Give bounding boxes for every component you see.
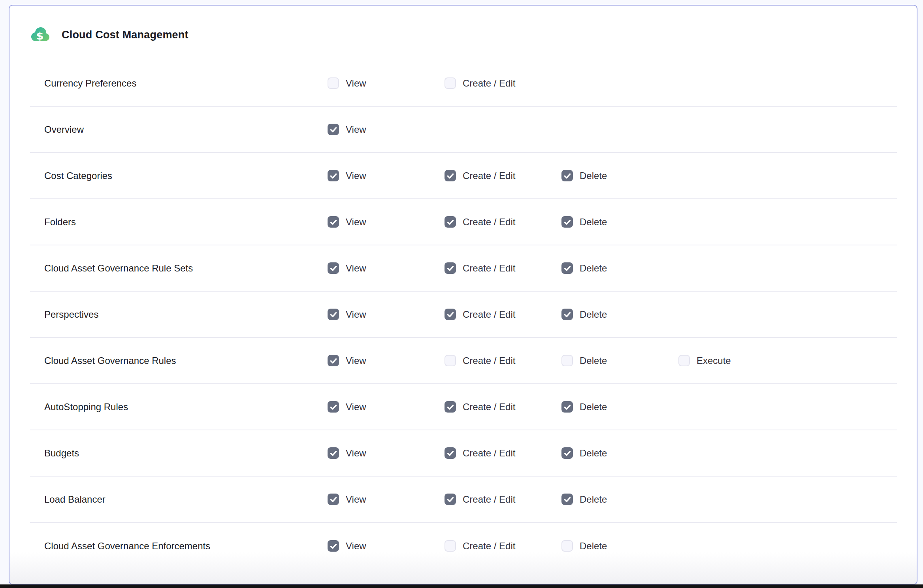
- permission-label: View: [346, 494, 366, 505]
- permission-label: Delete: [580, 355, 607, 366]
- permission-label: Create / Edit: [463, 401, 515, 413]
- delete-permission: Delete: [561, 494, 678, 505]
- create-edit-checkbox[interactable]: [445, 170, 456, 181]
- permission-label: Create / Edit: [463, 78, 515, 89]
- create-edit-checkbox[interactable]: [445, 216, 456, 228]
- cloud-dollar-icon: $: [30, 26, 50, 43]
- delete-checkbox[interactable]: [561, 540, 573, 552]
- create-edit-permission: Create / Edit: [445, 77, 561, 89]
- svg-text:$: $: [36, 30, 44, 42]
- checkmark-icon: [564, 173, 571, 179]
- delete-checkbox[interactable]: [561, 447, 573, 459]
- view-checkbox[interactable]: [328, 540, 339, 552]
- view-permission: View: [328, 170, 445, 181]
- execute-checkbox[interactable]: [678, 355, 690, 366]
- view-checkbox[interactable]: [328, 494, 339, 505]
- permission-label: Create / Edit: [463, 309, 515, 320]
- create-edit-permission: Create / Edit: [445, 401, 561, 413]
- checkmark-icon: [447, 312, 454, 317]
- permission-label: View: [346, 401, 366, 413]
- checkmark-icon: [447, 450, 454, 456]
- view-permission: View: [328, 540, 445, 552]
- create-edit-permission: Create / Edit: [445, 262, 561, 274]
- resource-label: Budgets: [30, 448, 328, 459]
- resource-label: Cloud Asset Governance Rules: [30, 355, 328, 366]
- permission-label: Create / Edit: [463, 448, 515, 459]
- permission-label: View: [346, 355, 366, 366]
- window-bottom-edge: [0, 584, 923, 588]
- permission-label: Create / Edit: [463, 355, 515, 366]
- permissions-card: $ Cloud Cost Management Currency Prefere…: [9, 5, 917, 585]
- view-checkbox[interactable]: [328, 77, 339, 89]
- checkmark-icon: [330, 266, 337, 271]
- view-checkbox[interactable]: [328, 170, 339, 181]
- permission-row: Cloud Asset Governance Rules ViewCreate …: [30, 338, 897, 384]
- permission-row: Folders ViewCreate / EditDelete: [30, 199, 897, 245]
- resource-label: Overview: [30, 124, 328, 135]
- delete-checkbox[interactable]: [561, 355, 573, 366]
- checkmark-icon: [564, 497, 571, 502]
- checkmark-icon: [447, 497, 454, 502]
- create-edit-checkbox[interactable]: [445, 540, 456, 552]
- view-checkbox[interactable]: [328, 355, 339, 366]
- view-permission: View: [328, 216, 445, 228]
- view-checkbox[interactable]: [328, 262, 339, 274]
- permission-label: Delete: [580, 309, 607, 320]
- checkmark-icon: [447, 404, 454, 410]
- create-edit-checkbox[interactable]: [445, 401, 456, 413]
- create-edit-checkbox[interactable]: [445, 447, 456, 459]
- checkmark-icon: [330, 127, 337, 132]
- view-checkbox[interactable]: [328, 216, 339, 228]
- view-checkbox[interactable]: [328, 309, 339, 320]
- delete-checkbox[interactable]: [561, 262, 573, 274]
- delete-checkbox[interactable]: [561, 216, 573, 228]
- view-permission: View: [328, 262, 445, 274]
- permission-label: Create / Edit: [463, 217, 515, 228]
- checkmark-icon: [330, 450, 337, 456]
- resource-label: Perspectives: [30, 309, 328, 320]
- permission-label: Create / Edit: [463, 170, 515, 181]
- create-edit-checkbox[interactable]: [445, 355, 456, 366]
- delete-permission: Delete: [561, 262, 678, 274]
- resource-label: Currency Preferences: [30, 78, 328, 89]
- delete-checkbox[interactable]: [561, 494, 573, 505]
- view-checkbox[interactable]: [328, 447, 339, 459]
- permission-row: Cost Categories ViewCreate / EditDelete: [30, 153, 897, 199]
- create-edit-permission: Create / Edit: [445, 540, 561, 552]
- permission-row: Load Balancer ViewCreate / EditDelete: [30, 477, 897, 523]
- view-checkbox[interactable]: [328, 401, 339, 413]
- checkmark-icon: [330, 219, 337, 225]
- delete-permission: Delete: [561, 355, 678, 366]
- resource-label: Cloud Asset Governance Enforcements: [30, 541, 328, 552]
- create-edit-permission: Create / Edit: [445, 216, 561, 228]
- view-checkbox[interactable]: [328, 124, 339, 135]
- resource-label: AutoStopping Rules: [30, 401, 328, 413]
- checkmark-icon: [330, 404, 337, 410]
- permission-label: Delete: [580, 448, 607, 459]
- permission-label: Delete: [580, 217, 607, 228]
- permission-row: Budgets ViewCreate / EditDelete: [30, 430, 897, 477]
- view-permission: View: [328, 447, 445, 459]
- create-edit-checkbox[interactable]: [445, 494, 456, 505]
- page-title: Cloud Cost Management: [62, 29, 188, 41]
- permission-label: View: [346, 448, 366, 459]
- checkmark-icon: [447, 266, 454, 271]
- delete-checkbox[interactable]: [561, 170, 573, 181]
- execute-permission: Execute: [678, 355, 897, 366]
- create-edit-checkbox[interactable]: [445, 309, 456, 320]
- permission-label: View: [346, 78, 366, 89]
- delete-checkbox[interactable]: [561, 309, 573, 320]
- checkmark-icon: [330, 543, 337, 549]
- delete-checkbox[interactable]: [561, 401, 573, 413]
- permission-label: Delete: [580, 263, 607, 274]
- permission-row: Overview View: [30, 107, 897, 153]
- create-edit-checkbox[interactable]: [445, 262, 456, 274]
- resource-label: Cost Categories: [30, 170, 328, 181]
- resource-label: Load Balancer: [30, 494, 328, 505]
- create-edit-checkbox[interactable]: [445, 77, 456, 89]
- permission-label: View: [346, 309, 366, 320]
- view-permission: View: [328, 355, 445, 366]
- delete-permission: Delete: [561, 170, 678, 181]
- view-permission: View: [328, 309, 445, 320]
- checkmark-icon: [330, 358, 337, 364]
